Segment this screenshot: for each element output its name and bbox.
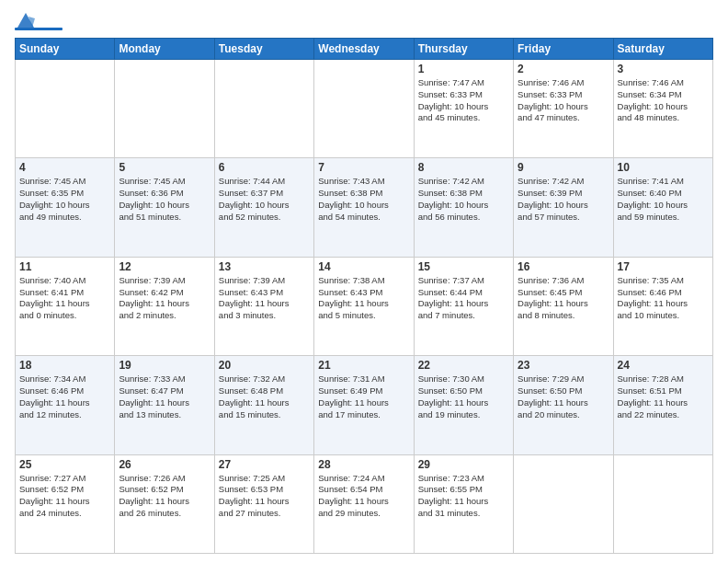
day-number: 20 — [219, 359, 310, 372]
day-number: 11 — [19, 260, 110, 273]
day-info: Sunrise: 7:41 AM Sunset: 6:40 PM Dayligh… — [618, 176, 709, 223]
calendar-cell: 28Sunrise: 7:24 AM Sunset: 6:54 PM Dayli… — [314, 454, 414, 553]
calendar-cell — [115, 60, 214, 158]
calendar-cell: 13Sunrise: 7:39 AM Sunset: 6:43 PM Dayli… — [214, 257, 313, 355]
day-info: Sunrise: 7:43 AM Sunset: 6:38 PM Dayligh… — [318, 176, 409, 223]
day-info: Sunrise: 7:37 AM Sunset: 6:44 PM Dayligh… — [418, 275, 509, 322]
calendar-cell — [16, 60, 115, 158]
day-info: Sunrise: 7:47 AM Sunset: 6:33 PM Dayligh… — [418, 77, 509, 124]
calendar-week-row: 4Sunrise: 7:45 AM Sunset: 6:35 PM Daylig… — [16, 158, 713, 257]
calendar-cell: 26Sunrise: 7:26 AM Sunset: 6:52 PM Dayli… — [115, 454, 214, 553]
day-number: 5 — [119, 161, 210, 174]
day-info: Sunrise: 7:44 AM Sunset: 6:37 PM Dayligh… — [219, 176, 310, 223]
calendar-cell — [314, 60, 414, 158]
calendar-cell: 5Sunrise: 7:45 AM Sunset: 6:36 PM Daylig… — [115, 158, 214, 257]
day-info: Sunrise: 7:26 AM Sunset: 6:52 PM Dayligh… — [119, 473, 210, 520]
day-number: 8 — [418, 161, 509, 174]
day-info: Sunrise: 7:46 AM Sunset: 6:34 PM Dayligh… — [618, 77, 709, 124]
calendar-week-row: 1Sunrise: 7:47 AM Sunset: 6:33 PM Daylig… — [16, 60, 713, 158]
day-info: Sunrise: 7:32 AM Sunset: 6:48 PM Dayligh… — [219, 373, 310, 420]
calendar-cell: 15Sunrise: 7:37 AM Sunset: 6:44 PM Dayli… — [414, 257, 513, 355]
calendar-day-header: Monday — [115, 39, 214, 60]
header — [15, 9, 713, 30]
day-number: 1 — [418, 63, 509, 75]
day-number: 15 — [418, 260, 509, 273]
day-info: Sunrise: 7:27 AM Sunset: 6:52 PM Dayligh… — [19, 473, 110, 520]
calendar-week-row: 11Sunrise: 7:40 AM Sunset: 6:41 PM Dayli… — [16, 257, 713, 355]
calendar-day-header: Sunday — [16, 39, 115, 60]
calendar-day-header: Thursday — [414, 39, 513, 60]
calendar-table: SundayMondayTuesdayWednesdayThursdayFrid… — [15, 38, 713, 554]
calendar-day-header: Wednesday — [314, 39, 414, 60]
day-number: 9 — [518, 161, 609, 174]
calendar-cell: 19Sunrise: 7:33 AM Sunset: 6:47 PM Dayli… — [115, 356, 214, 454]
calendar-cell: 12Sunrise: 7:39 AM Sunset: 6:42 PM Dayli… — [115, 257, 214, 355]
page: SundayMondayTuesdayWednesdayThursdayFrid… — [0, 0, 728, 563]
day-number: 2 — [518, 63, 609, 75]
calendar-cell: 6Sunrise: 7:44 AM Sunset: 6:37 PM Daylig… — [214, 158, 313, 257]
day-info: Sunrise: 7:39 AM Sunset: 6:42 PM Dayligh… — [119, 275, 210, 322]
day-number: 29 — [418, 458, 509, 471]
day-info: Sunrise: 7:34 AM Sunset: 6:46 PM Dayligh… — [19, 373, 110, 420]
calendar-cell: 2Sunrise: 7:46 AM Sunset: 6:33 PM Daylig… — [514, 60, 613, 158]
calendar-cell: 10Sunrise: 7:41 AM Sunset: 6:40 PM Dayli… — [613, 158, 712, 257]
calendar-day-header: Tuesday — [214, 39, 313, 60]
calendar-cell: 25Sunrise: 7:27 AM Sunset: 6:52 PM Dayli… — [16, 454, 115, 553]
day-info: Sunrise: 7:36 AM Sunset: 6:45 PM Dayligh… — [518, 275, 609, 322]
calendar-cell: 14Sunrise: 7:38 AM Sunset: 6:43 PM Dayli… — [314, 257, 414, 355]
calendar-cell — [514, 454, 613, 553]
calendar-cell: 21Sunrise: 7:31 AM Sunset: 6:49 PM Dayli… — [314, 356, 414, 454]
calendar-cell: 8Sunrise: 7:42 AM Sunset: 6:38 PM Daylig… — [414, 158, 513, 257]
day-number: 25 — [19, 458, 110, 471]
day-number: 27 — [219, 458, 310, 471]
day-info: Sunrise: 7:45 AM Sunset: 6:36 PM Dayligh… — [119, 176, 210, 223]
calendar-cell: 4Sunrise: 7:45 AM Sunset: 6:35 PM Daylig… — [16, 158, 115, 257]
calendar-cell: 29Sunrise: 7:23 AM Sunset: 6:55 PM Dayli… — [414, 454, 513, 553]
day-number: 26 — [119, 458, 210, 471]
calendar-day-header: Friday — [514, 39, 613, 60]
day-number: 23 — [518, 359, 609, 372]
calendar-cell: 17Sunrise: 7:35 AM Sunset: 6:46 PM Dayli… — [613, 257, 712, 355]
calendar-cell: 22Sunrise: 7:30 AM Sunset: 6:50 PM Dayli… — [414, 356, 513, 454]
day-number: 16 — [518, 260, 609, 273]
calendar-cell — [613, 454, 712, 553]
calendar-week-row: 25Sunrise: 7:27 AM Sunset: 6:52 PM Dayli… — [16, 454, 713, 553]
day-number: 13 — [219, 260, 310, 273]
calendar-cell: 9Sunrise: 7:42 AM Sunset: 6:39 PM Daylig… — [514, 158, 613, 257]
day-info: Sunrise: 7:33 AM Sunset: 6:47 PM Dayligh… — [119, 373, 210, 420]
calendar-cell: 23Sunrise: 7:29 AM Sunset: 6:50 PM Dayli… — [514, 356, 613, 454]
calendar-cell: 24Sunrise: 7:28 AM Sunset: 6:51 PM Dayli… — [613, 356, 712, 454]
day-number: 3 — [618, 63, 709, 75]
day-info: Sunrise: 7:46 AM Sunset: 6:33 PM Dayligh… — [518, 77, 609, 124]
day-number: 22 — [418, 359, 509, 372]
day-info: Sunrise: 7:35 AM Sunset: 6:46 PM Dayligh… — [618, 275, 709, 322]
day-info: Sunrise: 7:24 AM Sunset: 6:54 PM Dayligh… — [318, 473, 409, 520]
day-number: 12 — [119, 260, 210, 273]
logo — [15, 13, 64, 30]
calendar-cell: 3Sunrise: 7:46 AM Sunset: 6:34 PM Daylig… — [613, 60, 712, 158]
day-info: Sunrise: 7:29 AM Sunset: 6:50 PM Dayligh… — [518, 373, 609, 420]
day-number: 7 — [318, 161, 409, 174]
day-info: Sunrise: 7:31 AM Sunset: 6:49 PM Dayligh… — [318, 373, 409, 420]
day-info: Sunrise: 7:45 AM Sunset: 6:35 PM Dayligh… — [19, 176, 110, 223]
calendar-cell: 1Sunrise: 7:47 AM Sunset: 6:33 PM Daylig… — [414, 60, 513, 158]
day-number: 4 — [19, 161, 110, 174]
day-number: 19 — [119, 359, 210, 372]
calendar-cell — [214, 60, 313, 158]
day-number: 10 — [618, 161, 709, 174]
day-number: 18 — [19, 359, 110, 372]
day-number: 24 — [618, 359, 709, 372]
day-number: 14 — [318, 260, 409, 273]
calendar-cell: 20Sunrise: 7:32 AM Sunset: 6:48 PM Dayli… — [214, 356, 313, 454]
day-number: 21 — [318, 359, 409, 372]
day-info: Sunrise: 7:39 AM Sunset: 6:43 PM Dayligh… — [219, 275, 310, 322]
calendar-day-header: Saturday — [613, 39, 712, 60]
day-number: 28 — [318, 458, 409, 471]
day-number: 6 — [219, 161, 310, 174]
day-info: Sunrise: 7:42 AM Sunset: 6:39 PM Dayligh… — [518, 176, 609, 223]
calendar-cell: 16Sunrise: 7:36 AM Sunset: 6:45 PM Dayli… — [514, 257, 613, 355]
calendar-header-row: SundayMondayTuesdayWednesdayThursdayFrid… — [16, 39, 713, 60]
calendar-cell: 27Sunrise: 7:25 AM Sunset: 6:53 PM Dayli… — [214, 454, 313, 553]
day-info: Sunrise: 7:42 AM Sunset: 6:38 PM Dayligh… — [418, 176, 509, 223]
day-info: Sunrise: 7:23 AM Sunset: 6:55 PM Dayligh… — [418, 473, 509, 520]
